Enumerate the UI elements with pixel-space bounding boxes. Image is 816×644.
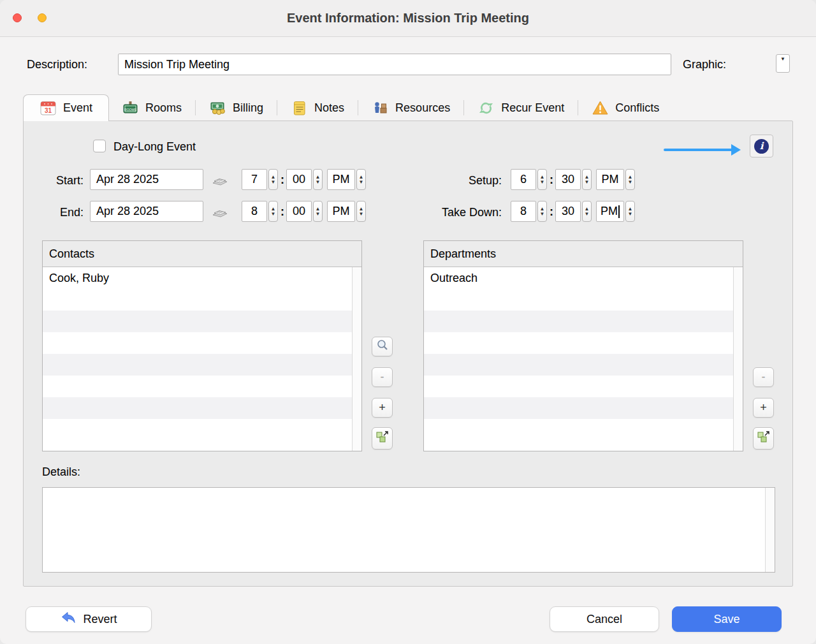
tab-label: Billing [233, 101, 263, 115]
tab-divider [358, 100, 358, 115]
tab-notes[interactable]: Notes [278, 94, 357, 121]
cancel-button[interactable]: Cancel [550, 606, 659, 632]
start-meridiem-field[interactable]: PM [327, 169, 355, 190]
take-down-meridiem-stepper[interactable]: ▲▼ [625, 201, 635, 222]
event-tab-panel: Day-Long Event i Start: Apr 28 2025 7 ▲▼… [23, 121, 793, 587]
list-item[interactable]: Cook, Ruby [43, 267, 361, 289]
scrollbar-track[interactable] [765, 488, 775, 572]
details-textarea[interactable] [42, 487, 775, 573]
start-date-picker-icon[interactable] [211, 172, 229, 187]
start-minute-stepper[interactable]: ▲▼ [313, 169, 323, 190]
warning-icon [592, 99, 609, 117]
list-item[interactable] [424, 332, 743, 354]
take-down-hour-field[interactable]: 8 [511, 201, 536, 222]
setup-label: Setup: [406, 174, 502, 187]
departments-list: Departments Outreach [423, 240, 743, 451]
tab-conflicts[interactable]: Conflicts [579, 94, 672, 121]
contacts-remove-button[interactable]: - [372, 367, 393, 387]
close-window-button[interactable] [13, 13, 22, 22]
start-date-field[interactable]: Apr 28 2025 [90, 169, 203, 190]
contacts-hierarchy-button[interactable] [372, 427, 393, 450]
start-meridiem-stepper[interactable]: ▲▼ [356, 169, 366, 190]
tab-label: Recur Event [501, 101, 564, 115]
setup-meridiem-stepper[interactable]: ▲▼ [625, 169, 635, 190]
scrollbar-track[interactable] [352, 267, 361, 451]
day-long-event-checkbox[interactable] [93, 140, 106, 152]
tab-label: Event [63, 101, 92, 115]
tab-billing[interactable]: Billing [196, 94, 276, 121]
list-item[interactable] [43, 332, 361, 354]
contacts-search-button[interactable] [372, 337, 393, 356]
minimize-window-button[interactable] [38, 13, 47, 22]
setup-minute-stepper[interactable]: ▲▼ [582, 169, 592, 190]
list-item[interactable]: Outreach [424, 267, 743, 289]
save-label: Save [713, 613, 740, 626]
start-minute-field[interactable]: 00 [286, 169, 312, 190]
end-label: End: [36, 206, 84, 219]
recur-arrows-icon [477, 99, 495, 117]
end-minute-field[interactable]: 00 [286, 201, 312, 222]
tab-event[interactable]: 31 Event [23, 94, 109, 121]
take-down-minute-stepper[interactable]: ▲▼ [582, 201, 592, 222]
annotation-arrow [664, 149, 732, 151]
list-item[interactable] [424, 354, 743, 376]
end-hour-field[interactable]: 8 [242, 201, 267, 222]
departments-hierarchy-button[interactable] [753, 427, 774, 450]
info-button[interactable]: i [750, 135, 773, 157]
setup-meridiem-field[interactable]: PM [596, 169, 624, 190]
setup-hour-stepper[interactable]: ▲▼ [537, 169, 547, 190]
take-down-meridiem-field[interactable]: PM [596, 201, 624, 222]
list-item[interactable] [424, 289, 743, 311]
save-button[interactable]: Save [672, 606, 782, 632]
end-minute-stepper[interactable]: ▲▼ [313, 201, 323, 222]
list-item[interactable] [43, 397, 361, 419]
list-item[interactable] [43, 376, 361, 397]
departments-remove-button[interactable]: - [753, 367, 774, 387]
departments-add-button[interactable]: + [753, 398, 774, 418]
tab-divider [195, 100, 196, 115]
info-icon: i [754, 139, 769, 154]
list-item[interactable] [43, 311, 361, 332]
tab-rooms[interactable]: ROOMS Rooms [109, 94, 194, 121]
resources-icon [372, 99, 389, 117]
list-item[interactable] [43, 419, 361, 441]
graphic-dropdown-button[interactable]: ▼ [776, 54, 790, 73]
start-hour-field[interactable]: 7 [242, 169, 267, 190]
time-colon: : [280, 173, 284, 187]
time-colon: : [280, 205, 284, 219]
tab-resources[interactable]: Resources [359, 94, 463, 121]
end-meridiem-stepper[interactable]: ▲▼ [356, 201, 366, 222]
time-colon: : [550, 173, 553, 187]
end-date-field[interactable]: Apr 28 2025 [90, 201, 203, 222]
end-meridiem-field[interactable]: PM [327, 201, 355, 222]
start-hour-stepper[interactable]: ▲▼ [268, 169, 278, 190]
description-input[interactable] [118, 54, 671, 75]
list-item[interactable] [424, 419, 743, 441]
tab-recur-event[interactable]: Recur Event [465, 94, 577, 121]
list-item[interactable] [43, 289, 361, 311]
tab-bar: 31 Event ROOMS Rooms Billing Notes [23, 94, 672, 121]
departments-header: Departments [424, 241, 743, 267]
list-item[interactable] [424, 311, 743, 332]
tab-label: Conflicts [615, 101, 659, 115]
revert-button[interactable]: Revert [26, 606, 152, 632]
contacts-add-button[interactable]: + [372, 398, 393, 418]
hierarchy-icon [757, 430, 771, 447]
scrollbar-track[interactable] [733, 267, 743, 451]
take-down-hour-stepper[interactable]: ▲▼ [537, 201, 547, 222]
hierarchy-icon [375, 430, 390, 447]
event-information-window: Event Information: Mission Trip Meeting … [0, 0, 816, 644]
end-hour-stepper[interactable]: ▲▼ [268, 201, 278, 222]
list-item[interactable] [43, 354, 361, 376]
end-date-picker-icon[interactable] [211, 204, 229, 219]
svg-text:31: 31 [45, 107, 52, 114]
title-bar: Event Information: Mission Trip Meeting [0, 0, 816, 37]
list-item[interactable] [424, 376, 743, 397]
setup-minute-field[interactable]: 30 [555, 169, 581, 190]
list-item[interactable] [424, 397, 743, 419]
contacts-header: Contacts [43, 241, 361, 267]
setup-hour-field[interactable]: 6 [511, 169, 536, 190]
start-label: Start: [36, 174, 84, 187]
take-down-minute-field[interactable]: 30 [555, 201, 581, 222]
tab-divider [277, 100, 277, 115]
